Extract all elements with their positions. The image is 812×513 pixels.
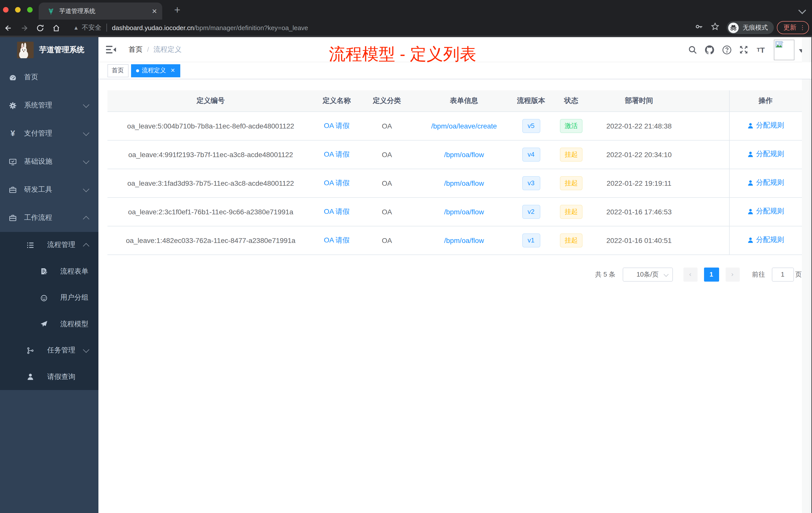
url-path[interactable]: /bpm/manager/definition?key=oa_leave — [194, 24, 308, 31]
bookmark-star-icon[interactable] — [710, 22, 720, 33]
cell-form-info: /bpm/oa/flow — [414, 226, 514, 254]
form-info-link[interactable]: /bpm/oa/flow — [444, 150, 484, 158]
sidebar-item-4[interactable]: 研发工具 — [0, 176, 98, 204]
version-badge[interactable]: v3 — [522, 176, 540, 190]
cell-filler — [684, 140, 729, 169]
cell-process-version: v2 — [514, 197, 549, 226]
version-badge[interactable]: v1 — [522, 233, 540, 247]
user-icon — [747, 208, 754, 215]
assign-rule-link[interactable]: 分配规则 — [747, 121, 784, 130]
sidebar-item-1[interactable]: 系统管理 — [0, 91, 98, 119]
breadcrumb-home[interactable]: 首页 — [128, 45, 143, 54]
version-badge[interactable]: v2 — [522, 205, 540, 219]
sidebar-item-3[interactable]: 基础设施 — [0, 148, 98, 176]
cell-definition-name: OA 请假 — [314, 112, 359, 140]
toolbox-icon — [9, 186, 17, 193]
font-size-icon[interactable]: TT — [756, 45, 766, 55]
col-status: 状态 — [549, 90, 594, 112]
version-badge[interactable]: v4 — [522, 147, 540, 161]
definition-name-link[interactable]: OA 请假 — [324, 150, 350, 158]
pagination: 共 5 条 10条/页 ‹ 1 › 前往 1 页 — [595, 267, 802, 281]
cell-definition-category: OA — [359, 226, 414, 254]
new-tab-button[interactable]: + — [170, 3, 185, 18]
form-info-link[interactable]: /bpm/oa/flow — [444, 208, 484, 216]
cell-definition-category: OA — [359, 140, 414, 169]
sidebar-item-10[interactable]: 任务管理 — [0, 337, 98, 364]
assign-rule-link[interactable]: 分配规则 — [747, 150, 784, 159]
assign-rule-link[interactable]: 分配规则 — [747, 178, 784, 187]
goto-page-input[interactable]: 1 — [772, 267, 794, 281]
avatar[interactable] — [774, 39, 794, 60]
definition-name-link[interactable]: OA 请假 — [324, 207, 350, 215]
sidebar-item-0[interactable]: 首页 — [0, 63, 98, 91]
assign-rule-link[interactable]: 分配规则 — [747, 207, 784, 216]
page-size-select[interactable]: 10条/页 — [622, 267, 673, 281]
cell-definition-category: OA — [359, 197, 414, 226]
minimize-window-button[interactable] — [15, 7, 21, 12]
next-page-button[interactable]: › — [725, 267, 740, 281]
help-icon[interactable] — [722, 45, 732, 55]
scrollbar-gutter[interactable] — [802, 37, 812, 513]
close-window-button[interactable] — [3, 7, 8, 12]
fullscreen-icon[interactable] — [739, 45, 749, 55]
cell-status: 挂起 — [549, 169, 594, 197]
sidebar-item-11[interactable]: 请假查询 — [0, 364, 98, 390]
forward-button[interactable] — [16, 23, 32, 32]
tag-close-icon[interactable]: ✕ — [171, 67, 175, 74]
col-deploy-time: 部署时间 — [594, 90, 684, 112]
sidebar-logo[interactable]: 芋道管理系统 — [0, 37, 98, 62]
sidebar-item-9[interactable]: 流程模型 — [0, 311, 98, 337]
col-form-info: 表单信息 — [414, 90, 514, 112]
sidebar-toggle-icon[interactable] — [106, 45, 116, 54]
password-key-icon[interactable] — [695, 22, 703, 33]
cell-actions: 分配规则 — [729, 197, 802, 226]
goto-label: 前往 — [752, 270, 765, 279]
version-badge[interactable]: v5 — [522, 119, 540, 133]
tag-process-definition[interactable]: 流程定义 ✕ — [131, 64, 180, 77]
definition-name-link[interactable]: OA 请假 — [324, 178, 350, 186]
security-label[interactable]: 不安全 — [82, 23, 102, 32]
home-button[interactable] — [48, 23, 64, 32]
cell-status: 激活 — [549, 112, 594, 140]
sidebar-item-5[interactable]: 工作流程 — [0, 204, 98, 232]
search-icon[interactable] — [688, 45, 697, 55]
user-icon — [747, 122, 754, 129]
tag-home[interactable]: 首页 — [107, 64, 128, 77]
definition-name-link[interactable]: OA 请假 — [324, 236, 350, 244]
cell-actions: 分配规则 — [729, 140, 802, 169]
window-controls[interactable] — [3, 7, 33, 12]
sidebar-item-2[interactable]: ¥支付管理 — [0, 119, 98, 148]
sidebar-item-6[interactable]: 流程管理 — [0, 232, 98, 258]
pagination-total: 共 5 条 — [595, 270, 615, 279]
logo-image — [17, 41, 34, 58]
tab-title: 芋道管理系统 — [59, 7, 149, 15]
col-definition-id: 定义编号 — [107, 90, 314, 112]
maximize-window-button[interactable] — [27, 7, 33, 12]
browser-tab[interactable]: 芋道管理系统 ✕ — [39, 2, 162, 20]
tab-search-caret-icon[interactable] — [798, 6, 806, 14]
sidebar-item-8[interactable]: 用户分组 — [0, 284, 98, 311]
site-favicon-icon — [47, 7, 55, 15]
browser-menu-icon[interactable]: ⋮ — [800, 24, 806, 31]
chevron-up-icon — [83, 216, 89, 222]
current-page-button[interactable]: 1 — [704, 267, 719, 281]
breadcrumb-current: 流程定义 — [153, 45, 181, 54]
sidebar-item-7[interactable]: 流程表单 — [0, 258, 98, 284]
form-info-link[interactable]: /bpm/oa/flow — [444, 236, 484, 244]
reload-button[interactable] — [32, 23, 48, 32]
definition-name-link[interactable]: OA 请假 — [324, 121, 350, 129]
definition-table: 定义编号 定义名称 定义分类 表单信息 流程版本 状态 部署时间 操作 — [107, 90, 802, 255]
col-filler — [684, 90, 729, 112]
update-button[interactable]: 更新 ⋮ — [777, 21, 809, 34]
github-icon[interactable] — [704, 45, 715, 55]
assign-rule-link[interactable]: 分配规则 — [747, 236, 784, 245]
form-info-link[interactable]: /bpm/oa/flow — [444, 179, 484, 187]
table-row: oa_leave:3:1fad3d93-7b75-11ec-a3c8-acde4… — [107, 169, 802, 197]
prev-page-button[interactable]: ‹ — [683, 267, 697, 281]
tab-close-icon[interactable]: ✕ — [152, 7, 157, 15]
cell-deploy-time: 2022-01-22 19:19:11 — [594, 169, 684, 197]
form-info-link[interactable]: /bpm/oa/leave/create — [431, 122, 497, 130]
url-host[interactable]: dashboard.yudao.iocoder.cn — [112, 24, 194, 31]
back-button[interactable] — [0, 23, 16, 32]
address-bar[interactable]: ▲ 不安全 dashboard.yudao.iocoder.cn/bpm/man… — [73, 23, 308, 32]
